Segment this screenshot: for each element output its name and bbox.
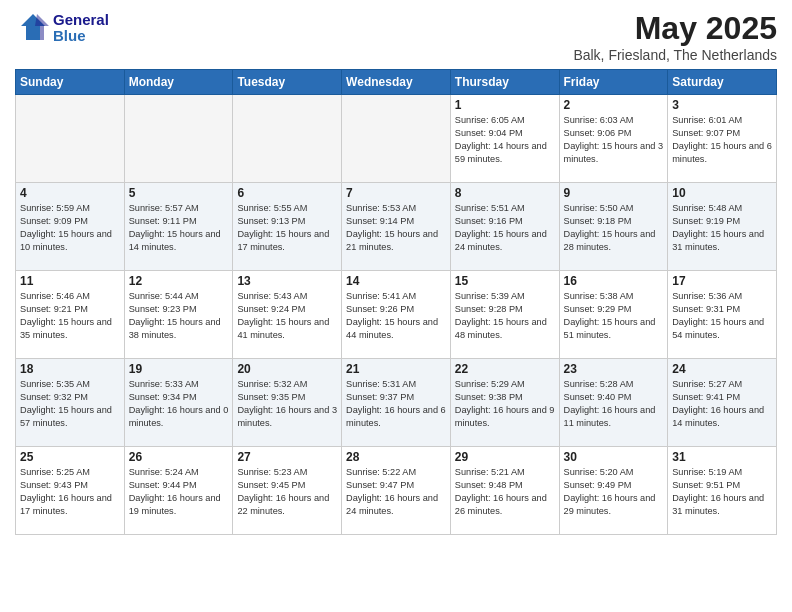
day-number: 4 [20, 186, 120, 200]
day-info: Sunrise: 5:19 AM Sunset: 9:51 PM Dayligh… [672, 466, 772, 518]
calendar-cell [342, 95, 451, 183]
day-info: Sunrise: 5:29 AM Sunset: 9:38 PM Dayligh… [455, 378, 555, 430]
calendar-cell: 16Sunrise: 5:38 AM Sunset: 9:29 PM Dayli… [559, 271, 668, 359]
calendar-cell: 6Sunrise: 5:55 AM Sunset: 9:13 PM Daylig… [233, 183, 342, 271]
day-info: Sunrise: 5:50 AM Sunset: 9:18 PM Dayligh… [564, 202, 664, 254]
day-number: 9 [564, 186, 664, 200]
day-number: 20 [237, 362, 337, 376]
day-number: 3 [672, 98, 772, 112]
day-number: 7 [346, 186, 446, 200]
day-info: Sunrise: 6:01 AM Sunset: 9:07 PM Dayligh… [672, 114, 772, 166]
calendar-cell: 23Sunrise: 5:28 AM Sunset: 9:40 PM Dayli… [559, 359, 668, 447]
day-info: Sunrise: 5:51 AM Sunset: 9:16 PM Dayligh… [455, 202, 555, 254]
calendar: SundayMondayTuesdayWednesdayThursdayFrid… [15, 69, 777, 535]
day-number: 18 [20, 362, 120, 376]
day-info: Sunrise: 5:21 AM Sunset: 9:48 PM Dayligh… [455, 466, 555, 518]
day-info: Sunrise: 5:31 AM Sunset: 9:37 PM Dayligh… [346, 378, 446, 430]
day-info: Sunrise: 5:55 AM Sunset: 9:13 PM Dayligh… [237, 202, 337, 254]
day-number: 24 [672, 362, 772, 376]
header: General Blue May 2025 Balk, Friesland, T… [15, 10, 777, 63]
logo-line1: General [53, 12, 109, 29]
day-number: 1 [455, 98, 555, 112]
header-wednesday: Wednesday [342, 70, 451, 95]
header-monday: Monday [124, 70, 233, 95]
header-sunday: Sunday [16, 70, 125, 95]
calendar-cell: 3Sunrise: 6:01 AM Sunset: 9:07 PM Daylig… [668, 95, 777, 183]
calendar-cell: 21Sunrise: 5:31 AM Sunset: 9:37 PM Dayli… [342, 359, 451, 447]
day-number: 15 [455, 274, 555, 288]
week-row-2: 4Sunrise: 5:59 AM Sunset: 9:09 PM Daylig… [16, 183, 777, 271]
calendar-cell: 19Sunrise: 5:33 AM Sunset: 9:34 PM Dayli… [124, 359, 233, 447]
calendar-cell: 9Sunrise: 5:50 AM Sunset: 9:18 PM Daylig… [559, 183, 668, 271]
calendar-cell: 4Sunrise: 5:59 AM Sunset: 9:09 PM Daylig… [16, 183, 125, 271]
day-info: Sunrise: 5:57 AM Sunset: 9:11 PM Dayligh… [129, 202, 229, 254]
day-info: Sunrise: 6:03 AM Sunset: 9:06 PM Dayligh… [564, 114, 664, 166]
day-number: 11 [20, 274, 120, 288]
header-tuesday: Tuesday [233, 70, 342, 95]
month-title: May 2025 [573, 10, 777, 47]
week-row-1: 1Sunrise: 6:05 AM Sunset: 9:04 PM Daylig… [16, 95, 777, 183]
calendar-cell: 24Sunrise: 5:27 AM Sunset: 9:41 PM Dayli… [668, 359, 777, 447]
header-saturday: Saturday [668, 70, 777, 95]
calendar-cell: 30Sunrise: 5:20 AM Sunset: 9:49 PM Dayli… [559, 447, 668, 535]
day-number: 17 [672, 274, 772, 288]
calendar-cell: 17Sunrise: 5:36 AM Sunset: 9:31 PM Dayli… [668, 271, 777, 359]
logo-line2: Blue [53, 28, 109, 45]
day-number: 26 [129, 450, 229, 464]
week-row-5: 25Sunrise: 5:25 AM Sunset: 9:43 PM Dayli… [16, 447, 777, 535]
day-info: Sunrise: 5:22 AM Sunset: 9:47 PM Dayligh… [346, 466, 446, 518]
calendar-cell: 5Sunrise: 5:57 AM Sunset: 9:11 PM Daylig… [124, 183, 233, 271]
day-info: Sunrise: 5:24 AM Sunset: 9:44 PM Dayligh… [129, 466, 229, 518]
location: Balk, Friesland, The Netherlands [573, 47, 777, 63]
header-thursday: Thursday [450, 70, 559, 95]
calendar-cell: 10Sunrise: 5:48 AM Sunset: 9:19 PM Dayli… [668, 183, 777, 271]
week-row-3: 11Sunrise: 5:46 AM Sunset: 9:21 PM Dayli… [16, 271, 777, 359]
day-info: Sunrise: 6:05 AM Sunset: 9:04 PM Dayligh… [455, 114, 555, 166]
calendar-cell: 7Sunrise: 5:53 AM Sunset: 9:14 PM Daylig… [342, 183, 451, 271]
day-info: Sunrise: 5:38 AM Sunset: 9:29 PM Dayligh… [564, 290, 664, 342]
calendar-cell: 15Sunrise: 5:39 AM Sunset: 9:28 PM Dayli… [450, 271, 559, 359]
calendar-cell: 8Sunrise: 5:51 AM Sunset: 9:16 PM Daylig… [450, 183, 559, 271]
header-friday: Friday [559, 70, 668, 95]
calendar-cell: 12Sunrise: 5:44 AM Sunset: 9:23 PM Dayli… [124, 271, 233, 359]
day-number: 23 [564, 362, 664, 376]
calendar-cell: 18Sunrise: 5:35 AM Sunset: 9:32 PM Dayli… [16, 359, 125, 447]
calendar-cell: 22Sunrise: 5:29 AM Sunset: 9:38 PM Dayli… [450, 359, 559, 447]
calendar-cell: 2Sunrise: 6:03 AM Sunset: 9:06 PM Daylig… [559, 95, 668, 183]
day-number: 19 [129, 362, 229, 376]
day-number: 14 [346, 274, 446, 288]
calendar-cell: 29Sunrise: 5:21 AM Sunset: 9:48 PM Dayli… [450, 447, 559, 535]
day-number: 28 [346, 450, 446, 464]
title-block: May 2025 Balk, Friesland, The Netherland… [573, 10, 777, 63]
day-number: 29 [455, 450, 555, 464]
day-number: 31 [672, 450, 772, 464]
day-number: 13 [237, 274, 337, 288]
day-number: 12 [129, 274, 229, 288]
calendar-cell: 26Sunrise: 5:24 AM Sunset: 9:44 PM Dayli… [124, 447, 233, 535]
day-number: 2 [564, 98, 664, 112]
calendar-cell [233, 95, 342, 183]
day-number: 25 [20, 450, 120, 464]
calendar-cell [16, 95, 125, 183]
day-info: Sunrise: 5:43 AM Sunset: 9:24 PM Dayligh… [237, 290, 337, 342]
page: General Blue May 2025 Balk, Friesland, T… [0, 0, 792, 612]
day-number: 30 [564, 450, 664, 464]
day-number: 21 [346, 362, 446, 376]
day-info: Sunrise: 5:44 AM Sunset: 9:23 PM Dayligh… [129, 290, 229, 342]
day-number: 27 [237, 450, 337, 464]
day-info: Sunrise: 5:28 AM Sunset: 9:40 PM Dayligh… [564, 378, 664, 430]
calendar-header-row: SundayMondayTuesdayWednesdayThursdayFrid… [16, 70, 777, 95]
day-info: Sunrise: 5:46 AM Sunset: 9:21 PM Dayligh… [20, 290, 120, 342]
day-number: 6 [237, 186, 337, 200]
day-info: Sunrise: 5:32 AM Sunset: 9:35 PM Dayligh… [237, 378, 337, 430]
day-info: Sunrise: 5:20 AM Sunset: 9:49 PM Dayligh… [564, 466, 664, 518]
day-info: Sunrise: 5:53 AM Sunset: 9:14 PM Dayligh… [346, 202, 446, 254]
calendar-cell: 14Sunrise: 5:41 AM Sunset: 9:26 PM Dayli… [342, 271, 451, 359]
day-info: Sunrise: 5:36 AM Sunset: 9:31 PM Dayligh… [672, 290, 772, 342]
day-number: 10 [672, 186, 772, 200]
logo: General Blue [15, 10, 109, 46]
calendar-cell: 1Sunrise: 6:05 AM Sunset: 9:04 PM Daylig… [450, 95, 559, 183]
calendar-cell: 11Sunrise: 5:46 AM Sunset: 9:21 PM Dayli… [16, 271, 125, 359]
calendar-cell: 25Sunrise: 5:25 AM Sunset: 9:43 PM Dayli… [16, 447, 125, 535]
day-number: 8 [455, 186, 555, 200]
